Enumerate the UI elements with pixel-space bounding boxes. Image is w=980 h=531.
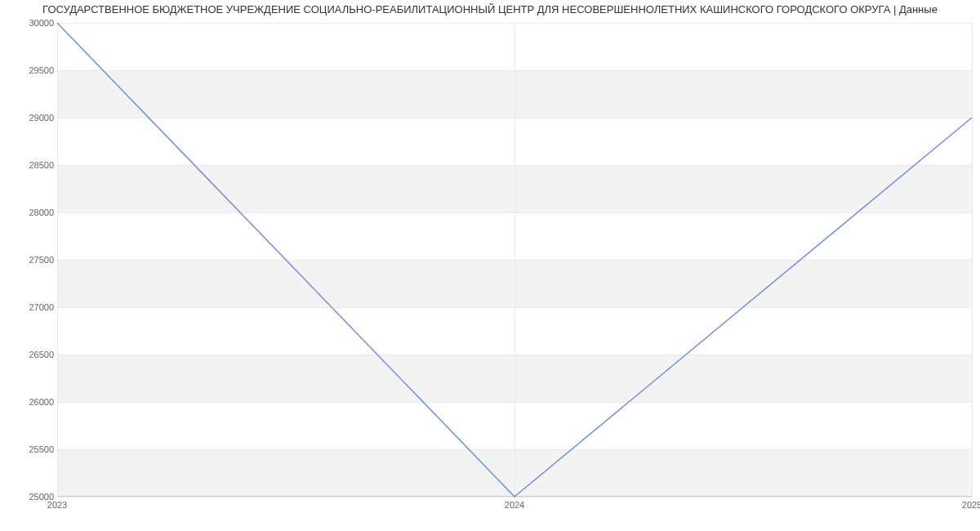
data-series-line — [57, 23, 972, 497]
x-tick-label: 2023 — [47, 500, 67, 510]
y-tick-label: 26500 — [5, 350, 54, 359]
chart-container: ГОСУДАРСТВЕННОЕ БЮДЖЕТНОЕ УЧРЕЖДЕНИЕ СОЦ… — [0, 0, 980, 531]
y-tick-label: 27000 — [5, 302, 54, 312]
line-layer — [57, 23, 972, 497]
x-tick-label: 2025 — [962, 500, 980, 510]
chart-title: ГОСУДАРСТВЕННОЕ БЮДЖЕТНОЕ УЧРЕЖДЕНИЕ СОЦ… — [0, 3, 980, 16]
y-tick-label: 30000 — [5, 18, 54, 28]
y-tick-label: 25500 — [5, 444, 54, 454]
y-tick-label: 29000 — [5, 113, 54, 123]
x-grid-line — [972, 23, 973, 497]
y-tick-label: 26000 — [5, 397, 54, 407]
x-tick-label: 2024 — [505, 500, 524, 510]
plot-area — [57, 23, 972, 497]
y-tick-label: 28000 — [5, 207, 54, 217]
y-tick-label: 28500 — [5, 160, 54, 170]
y-tick-label: 27500 — [5, 255, 54, 265]
y-tick-label: 29500 — [5, 65, 54, 75]
